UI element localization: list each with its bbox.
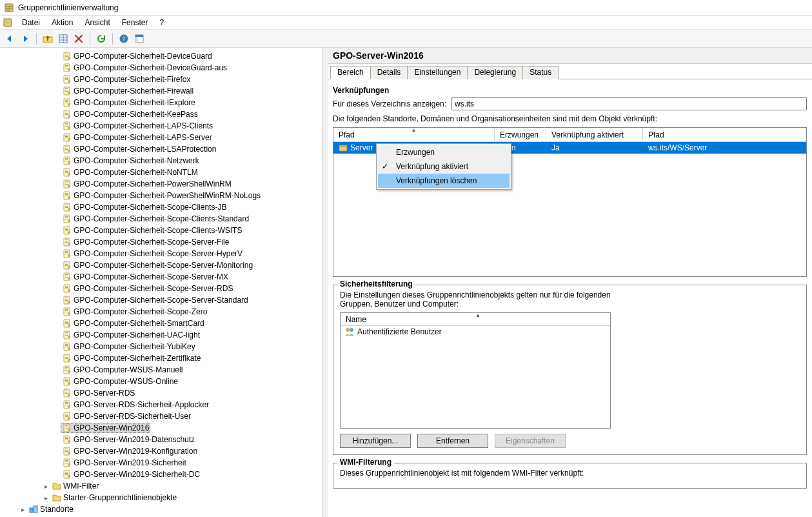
tree-item[interactable]: ▸GPO-Computer-Sicherheit-SmartCard (0, 318, 322, 329)
tree-item[interactable]: ▸GPO-Computer-Sicherheit-Scope-Clients-W… (0, 225, 322, 236)
svg-rect-22 (65, 66, 68, 67)
tree-item[interactable]: ▸GPO-Computer-WSUS-Manuell (0, 364, 322, 376)
menu-datei[interactable]: Datei (17, 17, 45, 28)
expand-icon[interactable]: ▸ (41, 483, 50, 490)
col-pfad[interactable]: Pfad ▲ (333, 128, 495, 141)
tree-item[interactable]: ▸GPO-Server-Win2019-Sicherheit (0, 457, 322, 469)
tree-item[interactable]: ▸GPO-Server-RDS-Sicherheit-User (0, 411, 322, 422)
tree-item[interactable]: ▸GPO-Server-Win2019-Konfiguration (0, 445, 322, 457)
ctx-erzwungen[interactable]: Erzwungen (378, 145, 510, 159)
tree-item[interactable]: ▸GPO-Computer-Sicherheit-PowerShellWinRM… (0, 190, 322, 201)
tree-item[interactable]: ▸GPO-Computer-Sicherheit-YubiKey (0, 341, 322, 352)
tree-item[interactable]: ▸GPO-Computer-Sicherheit-LAPS-Clients (0, 120, 322, 132)
svg-rect-136 (65, 332, 68, 333)
refresh-icon[interactable] (94, 32, 108, 46)
context-menu[interactable]: Erzwungen ✓ Verknüpfung aktiviert Verknü… (376, 143, 511, 190)
up-folder-icon[interactable] (41, 32, 55, 46)
tree-folder[interactable]: ▸Starter-Gruppenrichtlinienobjekte (0, 492, 322, 503)
svg-point-169 (68, 405, 70, 408)
tree-item[interactable]: ▸GPO-Computer-Sicherheit-Netzwerk (0, 155, 322, 167)
expand-icon[interactable]: ▸ (41, 494, 50, 502)
forward-icon[interactable] (18, 32, 32, 46)
svg-rect-43 (65, 114, 68, 115)
tree-pane[interactable]: ▸GPO-Computer-Sicherheit-DeviceGuard▸GPO… (0, 48, 322, 517)
svg-point-159 (68, 382, 70, 385)
tree-item[interactable]: ▸GPO-Computer-Sicherheit-Scope-Zero (0, 306, 322, 318)
security-col-name[interactable]: Name ▲ (341, 313, 610, 326)
tab-body: Verknüpfungen Für dieses Verzeichnis anz… (328, 79, 812, 517)
tree-folder[interactable]: ▸Standorte (0, 503, 322, 515)
tree-item[interactable]: ▸GPO-Computer-Sicherheit-Firewall (0, 85, 322, 97)
tree-item[interactable]: ▸GPO-Computer-WSUS-Online (0, 376, 322, 387)
tab-einstellungen[interactable]: Einstellungen (407, 66, 468, 79)
menu-ansicht[interactable]: Ansicht (79, 17, 115, 28)
tree-item[interactable]: ▸GPO-Server-Win2016 (0, 422, 322, 434)
tab-delegierung[interactable]: Delegierung (467, 66, 523, 79)
tree-item[interactable]: ▸GPO-Server-RDS (0, 387, 322, 399)
svg-rect-198 (65, 474, 68, 475)
tree-item[interactable]: ▸GPO-Computer-Sicherheit-Scope-Clients-J… (0, 201, 322, 213)
delete-icon[interactable] (72, 32, 86, 46)
col-erzwungen[interactable]: Erzwungen (495, 128, 546, 141)
table-icon[interactable] (56, 32, 70, 46)
tree-item[interactable]: ▸GPO-Computer-Sicherheit-PowerShellWinRM (0, 178, 322, 190)
pane-icon[interactable] (132, 32, 146, 46)
tree-item[interactable]: ▸GPO-Computer-Sicherheit-DeviceGuard-aus (0, 62, 322, 74)
svg-rect-132 (65, 322, 68, 323)
tree-item[interactable]: ▸GPO-Computer-Sicherheit-Scope-Server-Hy… (0, 248, 322, 259)
svg-point-189 (68, 452, 70, 454)
tree-item-label: GPO-Computer-Sicherheit-Scope-Server-Fil… (74, 238, 229, 247)
list-item[interactable]: Authentifizierte Benutzer (341, 326, 610, 338)
tree-item[interactable]: ▸GPO-Computer-Sicherheit-Scope-Server-Fi… (0, 236, 322, 248)
security-section: Sicherheitsfilterung Die Einstellungen d… (333, 285, 807, 455)
svg-point-104 (68, 254, 70, 257)
tree-folder[interactable]: ▸WMI-Filter (0, 480, 322, 492)
tree-item[interactable]: ▸GPO-Computer-Sicherheit-UAC-light (0, 329, 322, 341)
tree-item[interactable]: ▸GPO-Server-RDS-Sicherheit-Applocker (0, 399, 322, 411)
menu-fenster[interactable]: Fenster (117, 17, 153, 28)
col-aktiviert[interactable]: Verknüpfung aktiviert (546, 128, 643, 141)
gpo-icon (62, 423, 72, 433)
menu-help[interactable]: ? (154, 17, 169, 28)
tree-item[interactable]: ▸GPO-Computer-Sicherheit-Scope-Server-Mo… (0, 259, 322, 271)
tab-details[interactable]: Details (370, 66, 408, 79)
directory-input[interactable] (451, 97, 807, 110)
security-list[interactable]: Name ▲ (340, 312, 611, 429)
tree-item[interactable]: ▸GPO-Server-Win2019-Datenschutz (0, 434, 322, 445)
tree-item[interactable]: ▸GPO-Computer-Sicherheit-Firefox (0, 74, 322, 85)
tab-status[interactable]: Status (522, 66, 559, 79)
remove-button[interactable]: Entfernen (417, 434, 488, 448)
help-icon[interactable]: ? (117, 32, 131, 46)
tree-item[interactable]: ▸GPO-Computer-Sicherheit-KeePass (0, 108, 322, 120)
splitter[interactable] (322, 48, 328, 517)
expand-icon[interactable]: ▸ (18, 506, 27, 513)
svg-rect-201 (34, 506, 37, 512)
tree-item[interactable]: ▸GPO-Computer-Sicherheit-NoNTLM (0, 167, 322, 178)
tree-item[interactable]: ▸GPO-Computer-Sicherheit-IExplore (0, 97, 322, 108)
tree-item[interactable]: ▸GPO-Computer-Sicherheit-Scope-Server-RD… (0, 283, 322, 294)
svg-point-134 (68, 324, 70, 327)
svg-rect-193 (65, 463, 68, 463)
gpo-icon (62, 446, 72, 456)
ctx-verknuepfung-aktiviert[interactable]: ✓ Verknüpfung aktiviert (378, 159, 510, 174)
tree-item[interactable]: ▸GPO-Server-Win2019-Sicherheit-DC (0, 469, 322, 480)
tree-item[interactable]: ▸GPO-Computer-Sicherheit-Scope-Clients-S… (0, 213, 322, 225)
svg-rect-112 (65, 276, 68, 276)
svg-rect-31 (65, 88, 68, 89)
tree-item[interactable]: ▸GPO-Computer-Sicherheit-DeviceGuard (0, 50, 322, 62)
col-pfad-full[interactable]: Pfad (643, 128, 806, 141)
tab-bereich[interactable]: Bereich (330, 66, 371, 79)
tree-item[interactable]: ▸GPO-Computer-Sicherheit-Zertifikate (0, 352, 322, 364)
back-icon[interactable] (3, 32, 17, 46)
svg-rect-98 (65, 242, 68, 243)
tree-item[interactable]: ▸GPO-Computer-Sicherheit-Scope-Server-St… (0, 294, 322, 306)
svg-point-99 (68, 243, 70, 245)
directory-label: Für dieses Verzeichnis anzeigen: (333, 99, 446, 108)
menu-aktion[interactable]: Aktion (46, 17, 78, 28)
gpo-icon (62, 63, 72, 73)
tree-item[interactable]: ▸GPO-Computer-Sicherheit-LAPS-Server (0, 132, 322, 143)
tree-item[interactable]: ▸GPO-Computer-Sicherheit-Scope-Server-MX (0, 271, 322, 283)
ctx-verknuepfungen-loeschen[interactable]: Verknüpfungen löschen (378, 174, 510, 188)
tree-item[interactable]: ▸GPO-Computer-Sicherheit-LSAProtection (0, 143, 322, 155)
add-button[interactable]: Hinzufügen... (340, 434, 411, 448)
